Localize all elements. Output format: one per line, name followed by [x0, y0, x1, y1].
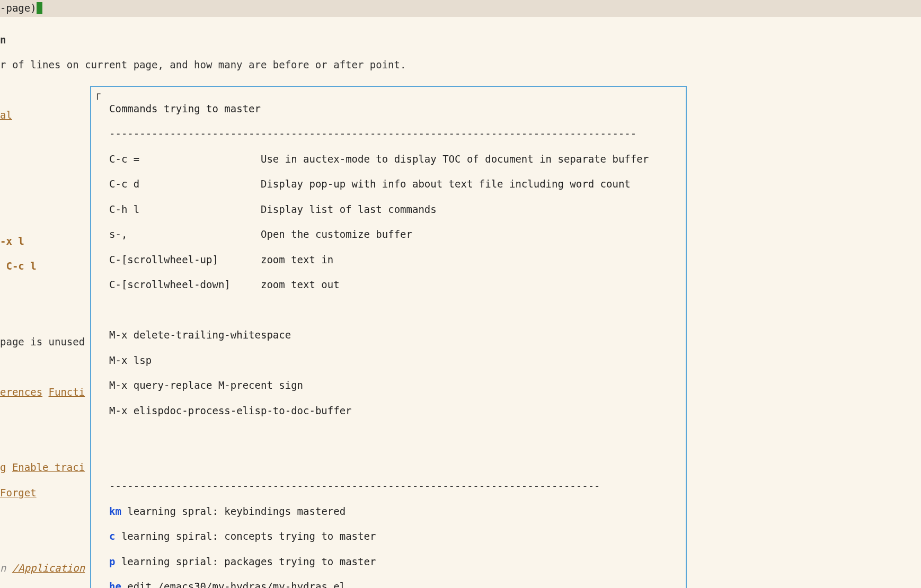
link-fragment[interactable]: g [0, 461, 6, 473]
keybinding: -x l [0, 235, 24, 247]
hydra-rule: ----------------------------------------… [109, 128, 686, 140]
hydra-cmd-row: C-c d Display pop-up with info about tex… [109, 178, 686, 191]
hydra-menu-item[interactable]: p learning sprial: packages trying to ma… [109, 556, 686, 568]
hydra-title: Commands trying to master [109, 103, 686, 115]
hydra-menu-item[interactable]: he edit /emacs30/my-hydras/my-hydras.el [109, 581, 686, 588]
title-text: -page) [0, 2, 37, 14]
link-forget[interactable]: Forget [0, 487, 37, 498]
corner-marker-icon: ┌ [94, 88, 100, 101]
keybinding: C-c l [0, 260, 37, 272]
hydra-popup: ┌ Commands trying to master ------------… [90, 86, 687, 588]
cursor-icon [37, 2, 42, 14]
hydra-cmd-row: C-[scrollwheel-up] zoom text in [109, 254, 686, 266]
hydra-key: he [109, 581, 121, 588]
link-enable-tracing[interactable]: Enable traci [12, 461, 85, 473]
hydra-key: c [109, 530, 115, 542]
hydra-key: km [109, 505, 121, 517]
hydra-mx-row: M-x delete-trailing-whitespace [109, 329, 686, 342]
link-references[interactable]: erences [0, 386, 42, 398]
hydra-cmd-row: s-, Open the customize buffer [109, 228, 686, 241]
link-fragment[interactable]: al [0, 109, 12, 121]
heading-fragment: n [0, 34, 406, 47]
hydra-cmd-row: C-[scrollwheel-down] zoom text out [109, 279, 686, 291]
hydra-body: Commands trying to master --------------… [91, 90, 686, 588]
link-functions[interactable]: Functi [49, 386, 85, 398]
path-fragment: n /Application [0, 562, 85, 574]
hydra-menu-item[interactable]: km learning spral: keybindings mastered [109, 505, 686, 518]
hydra-mx-row: M-x elispdoc-process-elisp-to-doc-buffer [109, 405, 686, 417]
hydra-rule: ----------------------------------------… [109, 480, 686, 493]
link-path[interactable]: /Application [12, 562, 85, 574]
doc-line: r of lines on current page, and how many… [0, 59, 406, 72]
hydra-cmd-row: C-h l Display list of last commands [109, 203, 686, 216]
hydra-key: p [109, 556, 115, 567]
hydra-mx-row: M-x lsp [109, 354, 686, 367]
title-bar: -page) [0, 0, 921, 17]
hydra-menu-item[interactable]: c learning spiral: concepts trying to ma… [109, 530, 686, 543]
hydra-mx-row: M-x query-replace M-precent sign [109, 379, 686, 392]
hydra-cmd-row: C-c = Use in auctex-mode to display TOC … [109, 153, 686, 166]
